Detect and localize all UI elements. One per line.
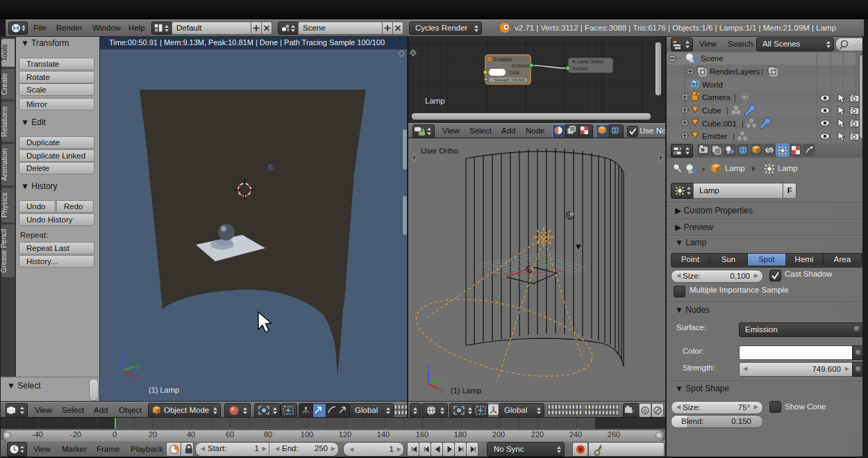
svg-text:|: |: [742, 120, 744, 128]
svg-text:Camera: Camera: [702, 93, 731, 101]
svg-text:Scene: Scene: [701, 54, 724, 63]
svg-text:Strength: 749.600: Strength: 749.600: [494, 78, 525, 82]
svg-text:z: z: [426, 362, 430, 369]
svg-text:|: |: [734, 93, 736, 101]
svg-text:RenderLayers: RenderLayers: [710, 67, 760, 76]
svg-text:|: |: [761, 67, 763, 76]
svg-text:|: |: [733, 132, 735, 140]
svg-text:x: x: [440, 388, 444, 395]
svg-text:y: y: [442, 376, 445, 383]
svg-text:|: |: [726, 106, 728, 115]
svg-text:y: y: [136, 363, 140, 370]
svg-text:Color: Color: [509, 70, 520, 75]
svg-text:Emission: Emission: [494, 57, 512, 62]
svg-text:x: x: [135, 375, 139, 382]
svg-text:Emitter: Emitter: [702, 132, 728, 140]
svg-text:z: z: [121, 349, 124, 356]
svg-text:Cube: Cube: [702, 106, 721, 115]
svg-text:Emission: Emission: [512, 63, 531, 68]
svg-text:Surface: Surface: [572, 66, 588, 71]
svg-text:▼ Lamp Output: ▼ Lamp Output: [571, 59, 603, 65]
svg-text:Cube.001: Cube.001: [702, 120, 737, 128]
svg-text:World: World: [702, 81, 723, 89]
